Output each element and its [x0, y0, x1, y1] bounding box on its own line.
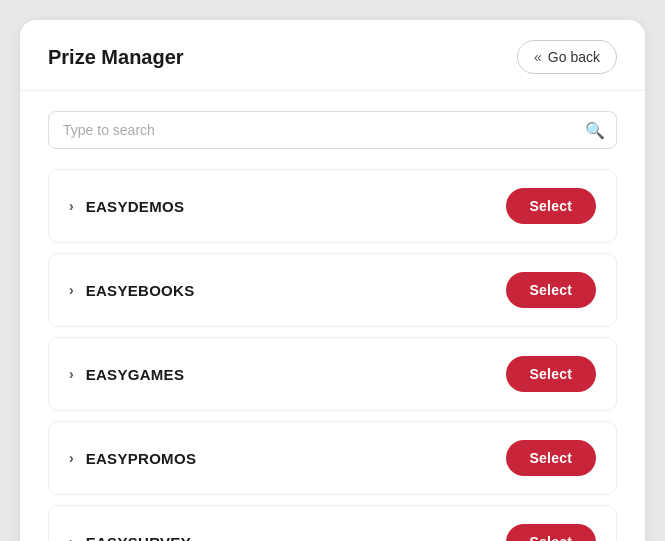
- search-input[interactable]: [48, 111, 617, 149]
- select-button-easysurvey[interactable]: Select: [506, 524, 596, 541]
- item-label: EASYPROMOS: [86, 450, 197, 467]
- chevrons-left-icon: «: [534, 49, 542, 65]
- item-label: EASYEBOOKS: [86, 282, 195, 299]
- chevron-right-icon: ›: [69, 282, 74, 298]
- list-item-left: › EASYDEMOS: [69, 198, 184, 215]
- go-back-button[interactable]: « Go back: [517, 40, 617, 74]
- chevron-right-icon: ›: [69, 534, 74, 541]
- search-container: 🔍: [20, 91, 645, 169]
- select-button-easypromos[interactable]: Select: [506, 440, 596, 476]
- list-item: › EASYEBOOKS Select: [48, 253, 617, 327]
- list-item-left: › EASYGAMES: [69, 366, 184, 383]
- chevron-right-icon: ›: [69, 198, 74, 214]
- list-item-left: › EASYPROMOS: [69, 450, 196, 467]
- select-button-easydemos[interactable]: Select: [506, 188, 596, 224]
- go-back-label: Go back: [548, 49, 600, 65]
- select-button-easyebooks[interactable]: Select: [506, 272, 596, 308]
- item-label: EASYDEMOS: [86, 198, 185, 215]
- header: Prize Manager « Go back: [20, 20, 645, 91]
- chevron-right-icon: ›: [69, 450, 74, 466]
- list-item: › EASYSURVEY Select: [48, 505, 617, 541]
- list-item-left: › EASYSURVEY: [69, 534, 191, 542]
- page-title: Prize Manager: [48, 46, 184, 69]
- search-wrapper: 🔍: [48, 111, 617, 149]
- prize-manager-card: Prize Manager « Go back 🔍 › EASYDEMOS Se…: [20, 20, 645, 541]
- list-item: › EASYGAMES Select: [48, 337, 617, 411]
- list-item-left: › EASYEBOOKS: [69, 282, 195, 299]
- select-button-easygames[interactable]: Select: [506, 356, 596, 392]
- list-item: › EASYDEMOS Select: [48, 169, 617, 243]
- items-list: › EASYDEMOS Select › EASYEBOOKS Select ›…: [20, 169, 645, 541]
- item-label: EASYSURVEY: [86, 534, 191, 542]
- list-item: › EASYPROMOS Select: [48, 421, 617, 495]
- chevron-right-icon: ›: [69, 366, 74, 382]
- item-label: EASYGAMES: [86, 366, 185, 383]
